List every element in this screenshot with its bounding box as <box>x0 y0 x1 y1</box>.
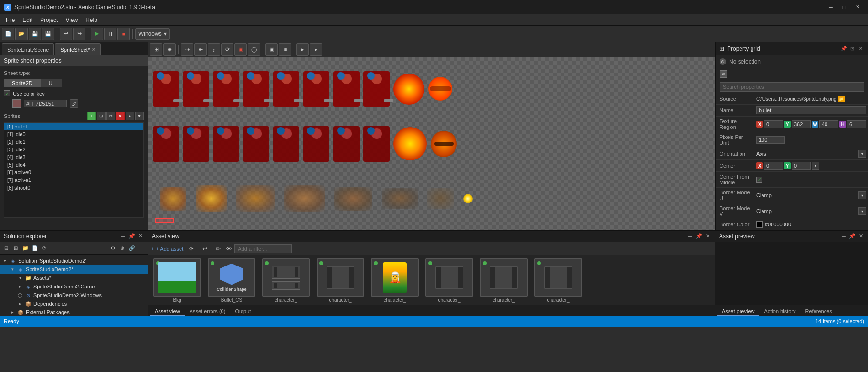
border-mode-u-dropdown-btn[interactable]: ▾ <box>858 191 866 199</box>
toolbar-open-btn[interactable]: 📂 <box>15 28 28 40</box>
windows-node[interactable]: ◯ ⊙ SpriteStudioDemo2.Windows <box>0 291 148 299</box>
sol-settings-btn[interactable]: ⚙ <box>108 244 117 253</box>
asset-bullet-cs[interactable]: Collider Shape Bullet_CS <box>205 258 258 303</box>
asset-char-2[interactable]: character_ <box>314 258 367 303</box>
close-button[interactable]: ✕ <box>851 2 864 12</box>
maximize-button[interactable]: □ <box>837 2 851 12</box>
sprite-copy-btn[interactable]: ⧉ <box>106 112 115 120</box>
center-x-input[interactable] <box>764 162 783 170</box>
canvas-btn-3[interactable]: ⇢ <box>181 43 193 56</box>
search-properties-input[interactable] <box>720 82 864 92</box>
toolbar-windows-dropdown[interactable]: Windows ▾ <box>135 28 170 40</box>
game-expand[interactable]: ▸ <box>17 284 23 289</box>
color-hex-input[interactable] <box>24 100 67 107</box>
orientation-dropdown-btn[interactable]: ▾ <box>858 150 866 158</box>
texture-h-input[interactable] <box>847 120 866 128</box>
menu-project[interactable]: Project <box>36 16 62 24</box>
use-color-key-checkbox[interactable]: ✓ <box>4 90 10 96</box>
asset-char-3[interactable]: 🧝 character_ <box>369 258 421 303</box>
sol-add-btn[interactable]: ⊕ <box>118 244 127 253</box>
deps-node[interactable]: ▸ 📦 Dependencies <box>0 299 148 308</box>
asset-undo-btn[interactable]: ↩ <box>200 244 210 254</box>
texture-y-input[interactable] <box>792 120 811 128</box>
menu-edit[interactable]: Edit <box>19 16 36 24</box>
sprite-item-5[interactable]: [5] idle4 <box>4 161 143 169</box>
canvas-btn-4[interactable]: ⇤ <box>194 43 207 56</box>
pin-icon[interactable]: 📌 <box>840 45 847 52</box>
canvas-move-btn[interactable]: ⊞ <box>150 43 162 56</box>
canvas-btn-5[interactable]: ↕ <box>208 43 220 56</box>
sprite-item-0[interactable]: [0] bullet <box>4 123 143 130</box>
asset-tab-errors[interactable]: Asset errors (0) <box>185 308 231 316</box>
sprite-move-down-btn[interactable]: ▼ <box>135 112 144 120</box>
sol-root-expand[interactable]: ▾ <box>2 258 8 264</box>
toolbar-new-btn[interactable]: 📄 <box>2 28 14 40</box>
name-input[interactable] <box>756 106 866 114</box>
center-from-middle-checkbox[interactable]: ✓ <box>756 177 762 183</box>
asset-refresh-btn[interactable]: ⟳ <box>186 244 197 254</box>
source-browse-btn[interactable]: 📁 <box>838 96 845 102</box>
center-y-input[interactable] <box>792 162 811 170</box>
sprite-item-4[interactable]: [4] idle3 <box>4 153 143 161</box>
canvas-btn-9[interactable]: ▣ <box>265 43 278 56</box>
sol-link-btn[interactable]: 🔗 <box>127 244 136 253</box>
collapse-icon[interactable]: ─ <box>120 233 127 240</box>
assets-expand[interactable]: ▾ <box>17 275 23 281</box>
asset-bkg[interactable]: Bkg <box>151 258 203 303</box>
asset-char-6[interactable]: character_ <box>532 258 584 303</box>
av-close-icon[interactable]: ✕ <box>704 233 711 240</box>
menu-help[interactable]: Help <box>82 16 101 24</box>
windows-expand[interactable]: ◯ <box>17 292 23 298</box>
toolbar-pause-btn[interactable]: ⏸ <box>104 28 116 40</box>
add-asset-button[interactable]: + + Add asset <box>151 246 183 252</box>
sprite-item-2[interactable]: [2] idle1 <box>4 138 143 146</box>
toolbar-save-btn[interactable]: 💾 <box>29 28 41 40</box>
sprite-move-up-btn[interactable]: ▲ <box>126 112 134 120</box>
menu-view[interactable]: View <box>62 16 82 24</box>
pin-sol-icon[interactable]: 📌 <box>128 233 135 240</box>
toolbar-save-all-btn[interactable]: 💾 <box>42 28 54 40</box>
toolbar-stop-btn[interactable]: ■ <box>117 28 130 40</box>
asset-char-4[interactable]: character_ <box>423 258 476 303</box>
sprite-item-8[interactable]: [8] shoot0 <box>4 184 143 191</box>
close-sol-icon[interactable]: ✕ <box>137 233 144 240</box>
sprite-item-7[interactable]: [7] active1 <box>4 176 143 184</box>
copy-props-btn[interactable]: ⧉ <box>720 70 727 78</box>
ap-tab-references[interactable]: References <box>801 308 837 316</box>
sprite-item-6[interactable]: [6] active0 <box>4 169 143 176</box>
texture-x-input[interactable] <box>764 120 783 128</box>
border-color-swatch[interactable] <box>756 221 763 228</box>
canvas-btn-6[interactable]: ⟳ <box>221 43 233 56</box>
sol-refresh-btn[interactable]: ⟳ <box>40 244 49 253</box>
asset-char-1[interactable]: character_ <box>260 258 312 303</box>
toolbar-undo-btn[interactable]: ↩ <box>60 28 72 40</box>
toolbar-redo-btn[interactable]: ↪ <box>73 28 85 40</box>
sprite-item-1[interactable]: [1] idle0 <box>4 130 143 138</box>
menu-file[interactable]: File <box>2 16 19 24</box>
asset-char-5[interactable]: character_ <box>477 258 530 303</box>
av-collapse-icon[interactable]: ─ <box>687 233 694 240</box>
color-picker-btn[interactable]: 🖊 <box>70 99 78 108</box>
asset-visibility-btn[interactable]: 👁 <box>226 246 232 252</box>
game-node[interactable]: ▸ ◈ SpriteStudioDemo2.Game <box>0 282 148 291</box>
asset-tab-view[interactable]: Asset view <box>150 308 185 316</box>
close-icon[interactable]: ✕ <box>857 45 864 52</box>
asset-tab-output[interactable]: Output <box>230 308 255 316</box>
border-mode-v-dropdown-btn[interactable]: ▾ <box>858 207 866 215</box>
ext-expand[interactable]: ▸ <box>10 309 15 315</box>
float-icon[interactable]: ⊡ <box>849 45 856 52</box>
canvas-btn-11[interactable]: ▸ <box>296 43 309 56</box>
av-pin-icon[interactable]: 📌 <box>696 233 702 240</box>
canvas-pan-btn[interactable]: ⊕ <box>163 43 176 56</box>
tab-spritesheet[interactable]: SpriteSheet* ✕ <box>55 43 101 55</box>
sol-file-btn[interactable]: 📄 <box>31 244 39 253</box>
asset-pencil-btn[interactable]: ✏ <box>213 244 223 254</box>
sol-expand-all-btn[interactable]: ⊞ <box>11 244 20 253</box>
ap-tab-history[interactable]: Action history <box>759 308 800 316</box>
sheet-type-sprite2d-btn[interactable]: Sprite2D <box>4 79 41 87</box>
canvas-area[interactable] <box>148 57 715 230</box>
sol-more-btn[interactable]: ⋯ <box>137 244 146 253</box>
assets-node[interactable]: ▾ 📁 Assets* <box>0 274 148 282</box>
ap-close-icon[interactable]: ✕ <box>857 233 864 240</box>
sprite-item-3[interactable]: [3] idle2 <box>4 146 143 153</box>
